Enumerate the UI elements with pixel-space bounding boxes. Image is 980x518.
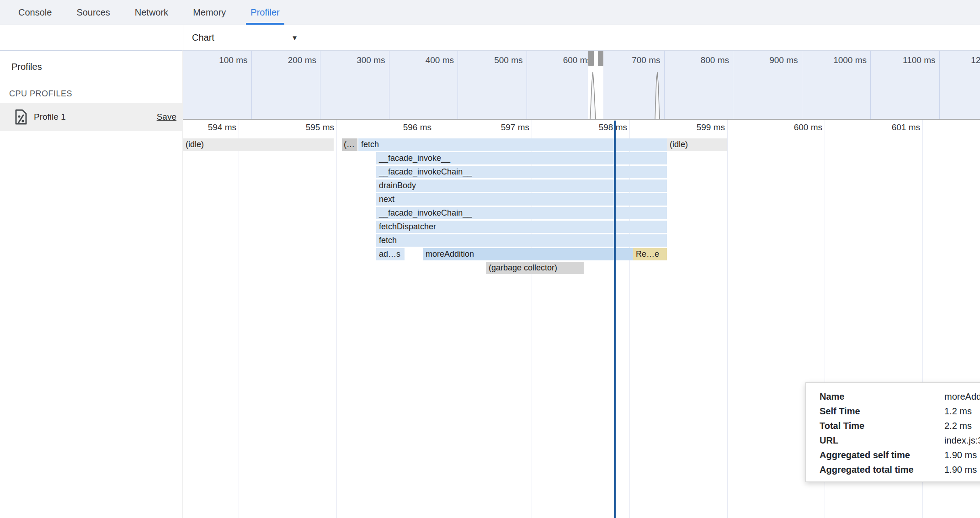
flame-bar-ree[interactable]: Re…e: [633, 248, 667, 260]
flame-bar-ads[interactable]: ad…s: [376, 248, 405, 260]
flame-bar-moreaddition[interactable]: moreAddition: [423, 248, 633, 260]
tooltip-value: index.js:33: [944, 435, 980, 446]
profile-name: Profile 1: [34, 112, 66, 122]
flame-bar-idle[interactable]: (idle): [667, 138, 727, 151]
flame-bar-[interactable]: (…: [342, 138, 357, 151]
selection-handle-left[interactable]: [588, 51, 594, 66]
tab-sources[interactable]: Sources: [72, 0, 114, 25]
profile-document-icon: [14, 109, 28, 125]
flame-bar-next[interactable]: next: [376, 193, 667, 206]
tooltip-value: 1.90 ms: [944, 465, 977, 475]
flame-bar-fetchdispatcher[interactable]: fetchDispatcher: [376, 221, 667, 233]
ruler-label-600ms: 600 ms: [754, 122, 822, 132]
ruler-label-596ms: 596 ms: [363, 122, 431, 132]
time-marker-line: [614, 121, 616, 518]
view-mode-dropdown[interactable]: Chart ▼: [192, 25, 298, 50]
ruler-label-595ms: 595 ms: [266, 122, 334, 132]
ruler-label-599ms: 599 ms: [656, 122, 725, 132]
tooltip-row-self-time: Self Time1.2 ms: [820, 404, 980, 418]
gridline-595ms: [336, 120, 337, 518]
flame-bar-fetch[interactable]: fetch: [358, 138, 667, 151]
gridline-599ms: [727, 120, 728, 518]
tooltip-row-name: NamemoreAddition: [820, 389, 980, 404]
tab-network[interactable]: Network: [130, 0, 173, 25]
tooltip-row-aggregated-self-time: Aggregated self time1.90 ms: [820, 448, 980, 462]
sidebar-title: Profiles: [11, 62, 42, 72]
tooltip-row-aggregated-total-time: Aggregated total time1.90 ms: [820, 462, 980, 477]
tooltip-value: 1.90 ms: [944, 450, 977, 460]
flame-bar-facadeinvokechain[interactable]: __facade_invokeChain__: [376, 166, 667, 178]
flame-bar-facadeinvoke[interactable]: __facade_invoke__: [376, 152, 667, 164]
cpu-activity-spikes: [183, 51, 980, 120]
flame-bar-garbagecollector[interactable]: (garbage collector): [486, 262, 584, 274]
tooltip-label: Name: [820, 391, 944, 402]
flame-bar-facadeinvokechain[interactable]: __facade_invokeChain__: [376, 207, 667, 219]
toolbar-divider: [183, 25, 183, 50]
tooltip-row-total-time: Total Time2.2 ms: [820, 418, 980, 433]
profiler-toolbar: [0, 25, 980, 50]
flame-bar-drainbody[interactable]: drainBody: [376, 180, 667, 192]
tab-profiler[interactable]: Profiler: [246, 0, 284, 25]
tooltip-label: URL: [820, 435, 944, 446]
flame-bar-fetch[interactable]: fetch: [376, 234, 667, 247]
tooltip-label: Aggregated total time: [820, 465, 944, 475]
ruler-label-601ms: 601 ms: [852, 122, 920, 132]
tooltip-value: 2.2 ms: [944, 421, 972, 431]
sidebar-item-profile-1[interactable]: Profile 1 Save: [0, 103, 183, 131]
ruler-label-597ms: 597 ms: [461, 122, 529, 132]
flame-chart[interactable]: 594 ms595 ms596 ms597 ms598 ms599 ms600 …: [183, 120, 980, 518]
save-profile-link[interactable]: Save: [157, 112, 176, 122]
ruler-label-598ms: 598 ms: [559, 122, 627, 132]
cpu-profiles-section-heading: CPU PROFILES: [9, 89, 72, 99]
ruler-label-594ms: 594 ms: [183, 122, 236, 132]
tooltip-value: moreAddition: [944, 391, 980, 402]
tooltip-row-url: URLindex.js:33: [820, 433, 980, 448]
frame-details-tooltip: NamemoreAdditionSelf Time1.2 msTotal Tim…: [805, 382, 980, 482]
tooltip-value: 1.2 ms: [944, 406, 972, 417]
timeline-overview[interactable]: 100 ms200 ms300 ms400 ms500 ms600 ms700 …: [183, 50, 980, 120]
selection-handle-right[interactable]: [598, 51, 603, 66]
gridline-594ms: [239, 120, 239, 518]
profiles-sidebar: Profiles CPU PROFILES Profile 1 Save: [0, 50, 183, 518]
chevron-down-icon: ▼: [291, 34, 298, 42]
tab-console[interactable]: Console: [14, 0, 56, 25]
tooltip-label: Total Time: [820, 421, 944, 431]
tab-memory[interactable]: Memory: [188, 0, 230, 25]
tab-bar: ConsoleSourcesNetworkMemoryProfiler: [0, 0, 980, 25]
tooltip-label: Self Time: [820, 406, 944, 417]
tooltip-label: Aggregated self time: [820, 450, 944, 460]
flame-bar-idle[interactable]: (idle): [183, 138, 334, 151]
view-mode-label: Chart: [192, 32, 214, 43]
